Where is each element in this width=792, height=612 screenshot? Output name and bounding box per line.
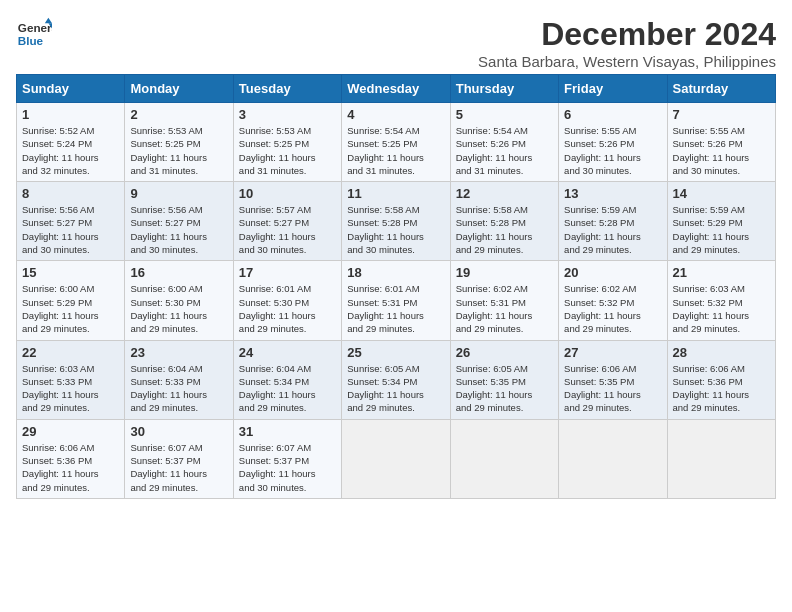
calendar-body: 1Sunrise: 5:52 AM Sunset: 5:24 PM Daylig… — [17, 103, 776, 499]
day-header-saturday: Saturday — [667, 75, 775, 103]
calendar-cell — [342, 419, 450, 498]
day-number: 6 — [564, 107, 661, 122]
calendar-cell: 28Sunrise: 6:06 AM Sunset: 5:36 PM Dayli… — [667, 340, 775, 419]
calendar-week-3: 15Sunrise: 6:00 AM Sunset: 5:29 PM Dayli… — [17, 261, 776, 340]
calendar-cell: 1Sunrise: 5:52 AM Sunset: 5:24 PM Daylig… — [17, 103, 125, 182]
day-info: Sunrise: 6:07 AM Sunset: 5:37 PM Dayligh… — [130, 441, 227, 494]
calendar-cell: 2Sunrise: 5:53 AM Sunset: 5:25 PM Daylig… — [125, 103, 233, 182]
day-number: 22 — [22, 345, 119, 360]
calendar-cell — [450, 419, 558, 498]
day-number: 15 — [22, 265, 119, 280]
day-info: Sunrise: 5:57 AM Sunset: 5:27 PM Dayligh… — [239, 203, 336, 256]
day-number: 27 — [564, 345, 661, 360]
calendar-cell: 29Sunrise: 6:06 AM Sunset: 5:36 PM Dayli… — [17, 419, 125, 498]
day-info: Sunrise: 6:04 AM Sunset: 5:33 PM Dayligh… — [130, 362, 227, 415]
calendar-cell: 24Sunrise: 6:04 AM Sunset: 5:34 PM Dayli… — [233, 340, 341, 419]
calendar-cell: 19Sunrise: 6:02 AM Sunset: 5:31 PM Dayli… — [450, 261, 558, 340]
calendar-week-4: 22Sunrise: 6:03 AM Sunset: 5:33 PM Dayli… — [17, 340, 776, 419]
day-number: 7 — [673, 107, 770, 122]
svg-text:Blue: Blue — [18, 34, 44, 47]
calendar-cell — [559, 419, 667, 498]
day-header-thursday: Thursday — [450, 75, 558, 103]
day-info: Sunrise: 6:05 AM Sunset: 5:35 PM Dayligh… — [456, 362, 553, 415]
day-number: 10 — [239, 186, 336, 201]
calendar-cell: 25Sunrise: 6:05 AM Sunset: 5:34 PM Dayli… — [342, 340, 450, 419]
calendar-cell: 4Sunrise: 5:54 AM Sunset: 5:25 PM Daylig… — [342, 103, 450, 182]
calendar-cell: 31Sunrise: 6:07 AM Sunset: 5:37 PM Dayli… — [233, 419, 341, 498]
calendar-cell: 8Sunrise: 5:56 AM Sunset: 5:27 PM Daylig… — [17, 182, 125, 261]
day-info: Sunrise: 5:56 AM Sunset: 5:27 PM Dayligh… — [130, 203, 227, 256]
day-number: 17 — [239, 265, 336, 280]
calendar-week-1: 1Sunrise: 5:52 AM Sunset: 5:24 PM Daylig… — [17, 103, 776, 182]
calendar-cell: 5Sunrise: 5:54 AM Sunset: 5:26 PM Daylig… — [450, 103, 558, 182]
day-header-monday: Monday — [125, 75, 233, 103]
calendar-table: SundayMondayTuesdayWednesdayThursdayFrid… — [16, 74, 776, 499]
calendar-cell: 16Sunrise: 6:00 AM Sunset: 5:30 PM Dayli… — [125, 261, 233, 340]
logo: General Blue — [16, 16, 52, 52]
day-number: 18 — [347, 265, 444, 280]
day-info: Sunrise: 5:59 AM Sunset: 5:29 PM Dayligh… — [673, 203, 770, 256]
day-info: Sunrise: 5:55 AM Sunset: 5:26 PM Dayligh… — [564, 124, 661, 177]
calendar-cell: 21Sunrise: 6:03 AM Sunset: 5:32 PM Dayli… — [667, 261, 775, 340]
day-info: Sunrise: 6:00 AM Sunset: 5:29 PM Dayligh… — [22, 282, 119, 335]
day-number: 2 — [130, 107, 227, 122]
day-info: Sunrise: 6:02 AM Sunset: 5:31 PM Dayligh… — [456, 282, 553, 335]
calendar-cell: 3Sunrise: 5:53 AM Sunset: 5:25 PM Daylig… — [233, 103, 341, 182]
day-info: Sunrise: 6:00 AM Sunset: 5:30 PM Dayligh… — [130, 282, 227, 335]
calendar-week-5: 29Sunrise: 6:06 AM Sunset: 5:36 PM Dayli… — [17, 419, 776, 498]
day-number: 28 — [673, 345, 770, 360]
location-subtitle: Santa Barbara, Western Visayas, Philippi… — [478, 53, 776, 70]
calendar-cell: 18Sunrise: 6:01 AM Sunset: 5:31 PM Dayli… — [342, 261, 450, 340]
calendar-cell: 12Sunrise: 5:58 AM Sunset: 5:28 PM Dayli… — [450, 182, 558, 261]
day-number: 1 — [22, 107, 119, 122]
day-info: Sunrise: 5:55 AM Sunset: 5:26 PM Dayligh… — [673, 124, 770, 177]
day-header-tuesday: Tuesday — [233, 75, 341, 103]
day-info: Sunrise: 6:06 AM Sunset: 5:35 PM Dayligh… — [564, 362, 661, 415]
calendar-cell: 27Sunrise: 6:06 AM Sunset: 5:35 PM Dayli… — [559, 340, 667, 419]
logo-icon: General Blue — [16, 16, 52, 52]
day-number: 8 — [22, 186, 119, 201]
day-number: 24 — [239, 345, 336, 360]
day-number: 3 — [239, 107, 336, 122]
calendar-cell: 23Sunrise: 6:04 AM Sunset: 5:33 PM Dayli… — [125, 340, 233, 419]
calendar-cell: 22Sunrise: 6:03 AM Sunset: 5:33 PM Dayli… — [17, 340, 125, 419]
day-number: 12 — [456, 186, 553, 201]
calendar-cell: 14Sunrise: 5:59 AM Sunset: 5:29 PM Dayli… — [667, 182, 775, 261]
month-title: December 2024 — [478, 16, 776, 53]
day-info: Sunrise: 5:54 AM Sunset: 5:25 PM Dayligh… — [347, 124, 444, 177]
day-number: 4 — [347, 107, 444, 122]
day-number: 20 — [564, 265, 661, 280]
calendar-cell: 30Sunrise: 6:07 AM Sunset: 5:37 PM Dayli… — [125, 419, 233, 498]
calendar-cell: 15Sunrise: 6:00 AM Sunset: 5:29 PM Dayli… — [17, 261, 125, 340]
day-info: Sunrise: 5:58 AM Sunset: 5:28 PM Dayligh… — [347, 203, 444, 256]
day-number: 31 — [239, 424, 336, 439]
day-info: Sunrise: 5:53 AM Sunset: 5:25 PM Dayligh… — [239, 124, 336, 177]
day-number: 23 — [130, 345, 227, 360]
day-info: Sunrise: 5:58 AM Sunset: 5:28 PM Dayligh… — [456, 203, 553, 256]
day-info: Sunrise: 6:01 AM Sunset: 5:30 PM Dayligh… — [239, 282, 336, 335]
calendar-week-2: 8Sunrise: 5:56 AM Sunset: 5:27 PM Daylig… — [17, 182, 776, 261]
day-info: Sunrise: 5:52 AM Sunset: 5:24 PM Dayligh… — [22, 124, 119, 177]
day-number: 9 — [130, 186, 227, 201]
day-number: 19 — [456, 265, 553, 280]
day-header-friday: Friday — [559, 75, 667, 103]
day-info: Sunrise: 5:59 AM Sunset: 5:28 PM Dayligh… — [564, 203, 661, 256]
day-header-wednesday: Wednesday — [342, 75, 450, 103]
day-number: 16 — [130, 265, 227, 280]
calendar-cell: 6Sunrise: 5:55 AM Sunset: 5:26 PM Daylig… — [559, 103, 667, 182]
calendar-cell: 20Sunrise: 6:02 AM Sunset: 5:32 PM Dayli… — [559, 261, 667, 340]
day-number: 5 — [456, 107, 553, 122]
day-info: Sunrise: 5:53 AM Sunset: 5:25 PM Dayligh… — [130, 124, 227, 177]
calendar-cell: 13Sunrise: 5:59 AM Sunset: 5:28 PM Dayli… — [559, 182, 667, 261]
calendar-cell: 9Sunrise: 5:56 AM Sunset: 5:27 PM Daylig… — [125, 182, 233, 261]
page-header: General Blue December 2024 Santa Barbara… — [16, 16, 776, 70]
day-info: Sunrise: 5:56 AM Sunset: 5:27 PM Dayligh… — [22, 203, 119, 256]
day-number: 11 — [347, 186, 444, 201]
day-header-sunday: Sunday — [17, 75, 125, 103]
day-info: Sunrise: 6:03 AM Sunset: 5:33 PM Dayligh… — [22, 362, 119, 415]
day-info: Sunrise: 5:54 AM Sunset: 5:26 PM Dayligh… — [456, 124, 553, 177]
title-block: December 2024 Santa Barbara, Western Vis… — [478, 16, 776, 70]
calendar-header-row: SundayMondayTuesdayWednesdayThursdayFrid… — [17, 75, 776, 103]
calendar-cell — [667, 419, 775, 498]
day-info: Sunrise: 6:04 AM Sunset: 5:34 PM Dayligh… — [239, 362, 336, 415]
